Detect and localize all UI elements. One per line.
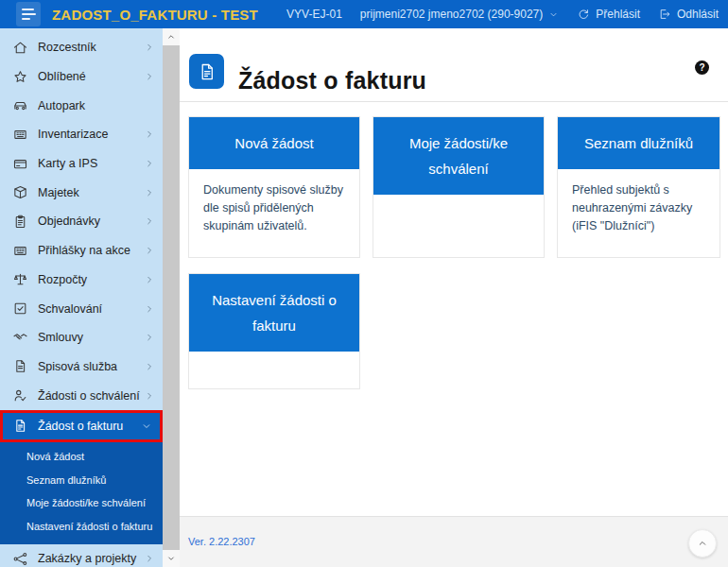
checkbox-icon [12, 301, 28, 317]
submenu-item-nova-zadost[interactable]: Nová žádost [0, 445, 163, 469]
sidebar-item-zadost-o-fakturu[interactable]: Žádost o fakturu [3, 413, 160, 439]
card-nastaveni-zadosti-o-fakturu[interactable]: Nastavení žádosti o fakturu [188, 273, 360, 389]
grid-icon [12, 127, 28, 143]
box-icon [12, 184, 28, 200]
sidebar: RozcestníkOblíbenéAutoparkInventarizaceK… [0, 28, 163, 567]
scroll-to-top-button[interactable] [688, 529, 717, 558]
car-icon [12, 97, 28, 113]
clipboard-icon [12, 214, 28, 230]
chevron-right-icon [144, 332, 155, 343]
card-moje-zadosti-ke-schvaleni[interactable]: Moje žádosti/ke schválení [373, 116, 545, 258]
chevron-right-icon [144, 245, 155, 256]
sidebar-item-oblibene[interactable]: Oblíbené [0, 62, 163, 92]
sidebar-item-label: Přihlášky na akce [38, 244, 144, 257]
main-content: Žádost o fakturu ? Nová žádostDokumenty … [180, 28, 728, 567]
card-title: Nová žádost [189, 117, 359, 169]
sidebar-item-label: Žádosti o schválení [38, 389, 144, 403]
sidebar-item-label: Schvalování [38, 302, 144, 316]
user-menu[interactable]: prijmeni2702 jmeno2702 (290-9027) [360, 8, 559, 21]
keyboard-icon [12, 243, 28, 259]
chevron-down-icon [166, 554, 176, 563]
invoice-icon [12, 418, 28, 434]
chevron-right-icon [144, 215, 155, 227]
sidebar-item-rozcestnik[interactable]: Rozcestník [0, 33, 163, 62]
sidebar-scrollbar[interactable] [163, 28, 180, 567]
relogin-button[interactable]: Přehlásit [577, 8, 640, 21]
submenu-item-moje-zadosti-ke-schvaleni[interactable]: Moje žádosti/ke schválení [0, 491, 163, 515]
scales-icon [12, 271, 28, 287]
sidebar-item-label: Žádost o fakturu [38, 420, 141, 433]
page-title: Žádost o fakturu [238, 44, 426, 117]
sidebar-item-spisova-sluzba[interactable]: Spisová služba [0, 352, 163, 382]
sidebar-item-karty-a-ips[interactable]: Karty a IPS [0, 149, 163, 179]
page-icon [189, 54, 224, 89]
sidebar-menu: RozcestníkOblíbenéAutoparkInventarizaceK… [0, 28, 163, 567]
star-icon [12, 69, 28, 85]
sidebar-item-label: Spisová služba [38, 360, 144, 373]
sidebar-item-schvalovani[interactable]: Schvalování [0, 294, 163, 323]
submenu-item-nastaveni-zadosti-o-fakturu[interactable]: Nastavení žádosti o fakturu [0, 515, 163, 539]
chevron-right-icon [144, 361, 155, 372]
chevron-right-icon [144, 553, 155, 564]
sidebar-item-inventarizace[interactable]: Inventarizace [0, 120, 163, 149]
card-description: Dokumenty spisové služby dle spisů přidě… [189, 169, 359, 257]
logout-label: Odhlásit [677, 8, 719, 21]
card-seznam-dluzniku[interactable]: Seznam dlužníkůPřehled subjektů s neuhra… [557, 116, 720, 258]
chevron-right-icon [144, 274, 155, 285]
chevron-right-icon [144, 42, 155, 53]
card-description [189, 352, 359, 388]
sidebar-item-autopark[interactable]: Autopark [0, 91, 163, 120]
sidebar-item-rozpocty[interactable]: Rozpočty [0, 266, 163, 295]
card-title: Nastavení žádosti o fakturu [189, 274, 359, 352]
hamburger-icon[interactable] [16, 2, 41, 26]
topbar: ZADOST_O_FAKTURU - TEST VYV-EJ-01 prijme… [0, 0, 728, 28]
logout-button[interactable]: Odhlásit [658, 8, 719, 21]
app-title: ZADOST_O_FAKTURU - TEST [52, 0, 258, 28]
card-description: Přehled subjektů s neuhrazenými závazky … [558, 169, 719, 257]
invoice-icon [197, 61, 217, 82]
submenu-item-seznam-dluzniku[interactable]: Seznam dlužníků [0, 469, 163, 492]
card-title: Moje žádosti/ke schválení [373, 117, 544, 195]
person-check-icon [12, 387, 28, 404]
sidebar-item-label: Zakázky a projekty [38, 552, 144, 565]
sidebar-item-label: Rozpočty [38, 273, 144, 286]
card-title: Seznam dlužníků [558, 117, 719, 169]
chevron-right-icon [144, 390, 155, 402]
sidebar-item-zakazky-a-projekty[interactable]: Zakázky a projekty [0, 544, 163, 567]
sidebar-item-label: Inventarizace [38, 128, 144, 141]
sidebar-item-label: Autopark [38, 99, 155, 112]
projects-icon [12, 551, 28, 567]
sidebar-item-label: Objednávky [38, 215, 144, 228]
chevron-right-icon [144, 71, 155, 82]
scrollbar-thumb[interactable] [163, 45, 180, 550]
footer: Ver. 2.22.2307 [180, 516, 728, 567]
sidebar-item-label: Majetek [38, 186, 144, 199]
chevron-down-icon [548, 9, 559, 20]
sidebar-submenu: Nová žádostSeznam dlužníkůMoje žádosti/k… [0, 442, 163, 544]
sidebar-item-label: Oblíbené [38, 70, 144, 83]
sidebar-item-label: Smlouvy [38, 331, 144, 344]
sidebar-item-zadosti-o-schvaleni[interactable]: Žádosti o schválení [0, 381, 163, 410]
chevron-right-icon [144, 187, 155, 198]
sidebar-item-majetek[interactable]: Majetek [0, 178, 163, 207]
document-icon [12, 358, 28, 374]
card-grid: Nová žádostDokumenty spisové služby dle … [188, 116, 720, 389]
scrollbar-up-button[interactable] [163, 28, 180, 45]
card-nova-zadost[interactable]: Nová žádostDokumenty spisové služby dle … [188, 116, 360, 258]
environment-label: VYV-EJ-01 [286, 8, 342, 21]
relogin-label: Přehlásit [596, 8, 640, 21]
topbar-session-area: VYV-EJ-01 prijmeni2702 jmeno2702 (290-90… [286, 0, 719, 28]
help-icon[interactable]: ? [695, 60, 709, 75]
chevron-right-icon [144, 303, 155, 315]
sidebar-item-smlouvy[interactable]: Smlouvy [0, 323, 163, 352]
handshake-icon [12, 330, 28, 346]
user-name-label: prijmeni2702 jmeno2702 (290-9027) [360, 8, 543, 21]
version-link[interactable]: Ver. 2.22.2307 [188, 536, 255, 547]
sidebar-item-label: Rozcestník [38, 41, 144, 54]
scrollbar-down-button[interactable] [163, 550, 180, 567]
refresh-icon [577, 8, 590, 21]
page-header: Žádost o fakturu ? [180, 28, 728, 102]
sidebar-item-objednavky[interactable]: Objednávky [0, 207, 163, 236]
chevron-up-icon [697, 538, 708, 549]
sidebar-item-prihlasky-na-akce[interactable]: Přihlášky na akce [0, 236, 163, 266]
